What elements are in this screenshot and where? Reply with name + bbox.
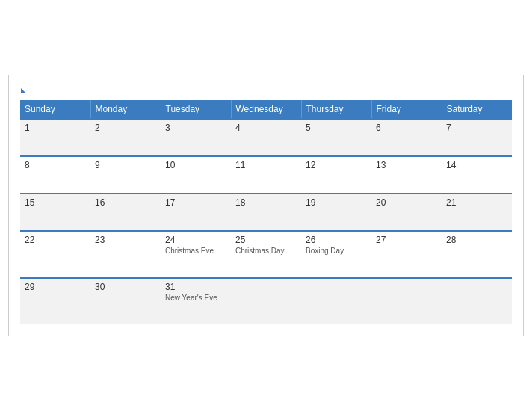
day-number: 13: [376, 160, 437, 170]
week-row-1: 1234567: [20, 119, 512, 156]
calendar-cell: 23: [90, 231, 161, 278]
calendar-cell: 27: [371, 231, 442, 278]
week-row-3: 15161718192021: [20, 194, 512, 231]
calendar-cell: 18: [231, 194, 301, 231]
calendar-cell: 20: [371, 194, 442, 231]
calendar-cell: 26Boxing Day: [301, 231, 371, 278]
calendar-cell: 30: [90, 278, 161, 324]
calendar-cell: 24Christmas Eve: [161, 231, 231, 278]
holiday-label: New Year's Eve: [165, 294, 226, 302]
week-row-5: 293031New Year's Eve: [20, 278, 512, 324]
day-number: 9: [95, 160, 156, 170]
week-row-2: 891011121314: [20, 156, 512, 194]
calendar-header: [20, 83, 512, 94]
day-number: 22: [25, 235, 86, 245]
day-number: 23: [95, 235, 156, 245]
day-number: 29: [25, 282, 86, 292]
day-number: 2: [95, 123, 156, 133]
calendar-cell: 10: [161, 156, 231, 194]
calendar-cell: 5: [301, 119, 371, 156]
day-number: 12: [306, 160, 367, 170]
calendar-cell: 2: [90, 119, 161, 156]
day-number: 30: [95, 282, 156, 292]
day-number: 20: [376, 197, 437, 208]
calendar-cell: [301, 278, 371, 324]
day-number: 6: [376, 123, 437, 133]
calendar-cell: 19: [301, 194, 371, 231]
calendar-cell: 16: [90, 194, 161, 231]
calendar-cell: 25Christmas Day: [231, 231, 301, 278]
calendar-cell: 7: [442, 119, 512, 156]
day-number: 18: [235, 197, 297, 208]
calendar-cell: 11: [231, 156, 301, 194]
day-number: 19: [306, 197, 367, 208]
weekday-header-row: SundayMondayTuesdayWednesdayThursdayFrid…: [20, 100, 512, 119]
calendar-cell: 13: [371, 156, 442, 194]
day-number: 8: [25, 160, 86, 170]
weekday-monday: Monday: [90, 100, 161, 119]
day-number: 11: [235, 160, 297, 170]
calendar-cell: [231, 278, 301, 324]
calendar-container: SundayMondayTuesdayWednesdayThursdayFrid…: [8, 75, 524, 336]
day-number: 28: [446, 235, 507, 245]
day-number: 24: [165, 235, 226, 245]
day-number: 5: [306, 123, 367, 133]
holiday-label: Boxing Day: [306, 247, 367, 255]
calendar-cell: [442, 278, 512, 324]
calendar-cell: 17: [161, 194, 231, 231]
day-number: 10: [165, 160, 226, 170]
calendar-cell: [371, 278, 442, 324]
logo: [20, 83, 26, 94]
weekday-friday: Friday: [371, 100, 442, 119]
calendar-cell: 9: [90, 156, 161, 194]
calendar-cell: 28: [442, 231, 512, 278]
weekday-thursday: Thursday: [301, 100, 371, 119]
day-number: 31: [165, 282, 226, 292]
calendar-cell: 15: [20, 194, 90, 231]
week-row-4: 222324Christmas Eve25Christmas Day26Boxi…: [20, 231, 512, 278]
calendar-cell: 6: [371, 119, 442, 156]
calendar-cell: 12: [301, 156, 371, 194]
day-number: 4: [235, 123, 297, 133]
day-number: 1: [25, 123, 86, 133]
day-number: 17: [165, 197, 226, 208]
logo-triangle-icon: [21, 88, 26, 93]
calendar-cell: 21: [442, 194, 512, 231]
day-number: 15: [25, 197, 86, 208]
calendar-cell: 31New Year's Eve: [161, 278, 231, 324]
weekday-wednesday: Wednesday: [231, 100, 301, 119]
day-number: 16: [95, 197, 156, 208]
day-number: 26: [306, 235, 367, 245]
day-number: 3: [165, 123, 226, 133]
day-number: 21: [446, 197, 507, 208]
calendar-cell: 14: [442, 156, 512, 194]
holiday-label: Christmas Day: [235, 247, 297, 255]
weekday-tuesday: Tuesday: [161, 100, 231, 119]
day-number: 27: [376, 235, 437, 245]
calendar-cell: 8: [20, 156, 90, 194]
day-number: 25: [235, 235, 297, 245]
weekday-sunday: Sunday: [20, 100, 90, 119]
calendar-table: SundayMondayTuesdayWednesdayThursdayFrid…: [20, 100, 512, 324]
calendar-cell: 29: [20, 278, 90, 324]
day-number: 14: [446, 160, 507, 170]
weekday-saturday: Saturday: [442, 100, 512, 119]
calendar-cell: 4: [231, 119, 301, 156]
day-number: 7: [446, 123, 507, 133]
calendar-cell: 3: [161, 119, 231, 156]
calendar-cell: 1: [20, 119, 90, 156]
calendar-cell: 22: [20, 231, 90, 278]
holiday-label: Christmas Eve: [165, 247, 226, 255]
